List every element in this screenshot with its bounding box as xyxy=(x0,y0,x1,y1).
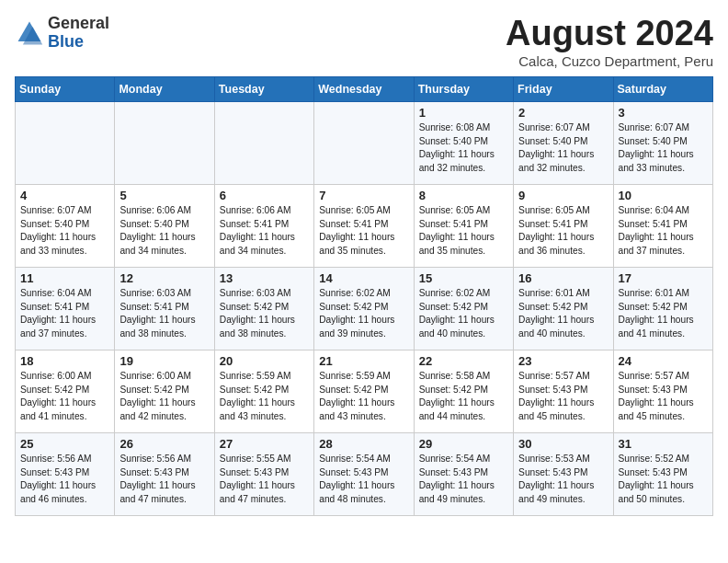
calendar-cell: 7Sunrise: 6:05 AMSunset: 5:41 PMDaylight… xyxy=(314,184,414,267)
calendar-cell: 8Sunrise: 6:05 AMSunset: 5:41 PMDaylight… xyxy=(414,184,513,267)
weekday-header: Thursday xyxy=(414,76,513,101)
calendar-cell: 13Sunrise: 6:03 AMSunset: 5:42 PMDayligh… xyxy=(214,267,313,350)
day-number: 27 xyxy=(220,437,309,451)
day-number: 25 xyxy=(20,437,109,451)
calendar-cell: 14Sunrise: 6:02 AMSunset: 5:42 PMDayligh… xyxy=(314,267,414,350)
calendar-cell xyxy=(16,101,115,184)
day-number: 19 xyxy=(119,354,209,368)
logo-blue: Blue xyxy=(48,32,84,51)
calendar-cell xyxy=(214,101,313,184)
calendar-week-row: 25Sunrise: 5:56 AMSunset: 5:43 PMDayligh… xyxy=(16,432,713,515)
day-info: Sunrise: 5:56 AMSunset: 5:43 PMDaylight:… xyxy=(20,453,109,507)
day-number: 12 xyxy=(119,271,209,285)
calendar-cell: 19Sunrise: 6:00 AMSunset: 5:42 PMDayligh… xyxy=(115,350,214,432)
calendar-cell: 20Sunrise: 5:59 AMSunset: 5:42 PMDayligh… xyxy=(214,350,313,432)
location: Calca, Cuzco Department, Peru xyxy=(506,53,713,69)
calendar-week-row: 4Sunrise: 6:07 AMSunset: 5:40 PMDaylight… xyxy=(16,184,713,267)
logo-general: General xyxy=(48,14,109,32)
calendar-cell xyxy=(314,101,414,184)
day-number: 2 xyxy=(518,106,608,120)
day-number: 15 xyxy=(419,271,508,285)
calendar-week-row: 18Sunrise: 6:00 AMSunset: 5:42 PMDayligh… xyxy=(16,350,713,432)
calendar-cell: 15Sunrise: 6:02 AMSunset: 5:42 PMDayligh… xyxy=(414,267,513,350)
day-info: Sunrise: 6:00 AMSunset: 5:42 PMDaylight:… xyxy=(20,370,109,424)
day-number: 16 xyxy=(518,271,608,285)
logo-text: General Blue xyxy=(48,15,109,52)
day-number: 6 xyxy=(220,189,309,202)
calendar-cell: 11Sunrise: 6:04 AMSunset: 5:41 PMDayligh… xyxy=(16,267,115,350)
day-number: 3 xyxy=(619,106,708,120)
day-info: Sunrise: 5:54 AMSunset: 5:43 PMDaylight:… xyxy=(319,453,408,507)
day-info: Sunrise: 5:54 AMSunset: 5:43 PMDaylight:… xyxy=(419,453,508,507)
calendar-cell: 29Sunrise: 5:54 AMSunset: 5:43 PMDayligh… xyxy=(414,432,513,515)
day-info: Sunrise: 5:59 AMSunset: 5:42 PMDaylight:… xyxy=(319,370,408,424)
day-number: 31 xyxy=(619,437,708,451)
logo: General Blue xyxy=(15,15,109,52)
day-number: 13 xyxy=(220,271,309,285)
day-info: Sunrise: 6:04 AMSunset: 5:41 PMDaylight:… xyxy=(20,287,109,341)
day-info: Sunrise: 6:00 AMSunset: 5:42 PMDaylight:… xyxy=(119,370,209,424)
day-info: Sunrise: 6:01 AMSunset: 5:42 PMDaylight:… xyxy=(619,287,708,341)
day-info: Sunrise: 5:58 AMSunset: 5:42 PMDaylight:… xyxy=(419,370,508,424)
calendar-cell: 23Sunrise: 5:57 AMSunset: 5:43 PMDayligh… xyxy=(514,350,613,432)
calendar-cell: 28Sunrise: 5:54 AMSunset: 5:43 PMDayligh… xyxy=(314,432,414,515)
calendar-cell: 18Sunrise: 6:00 AMSunset: 5:42 PMDayligh… xyxy=(16,350,115,432)
weekday-header: Sunday xyxy=(16,76,115,101)
calendar-cell: 6Sunrise: 6:06 AMSunset: 5:41 PMDaylight… xyxy=(214,184,313,267)
weekday-header: Friday xyxy=(514,76,613,101)
logo-icon xyxy=(15,18,44,48)
day-number: 9 xyxy=(518,189,608,202)
day-number: 1 xyxy=(419,106,508,120)
day-info: Sunrise: 6:05 AMSunset: 5:41 PMDaylight:… xyxy=(518,204,608,259)
calendar-cell: 9Sunrise: 6:05 AMSunset: 5:41 PMDaylight… xyxy=(514,184,613,267)
calendar-week-row: 11Sunrise: 6:04 AMSunset: 5:41 PMDayligh… xyxy=(16,267,713,350)
day-number: 29 xyxy=(419,437,508,451)
day-info: Sunrise: 6:06 AMSunset: 5:41 PMDaylight:… xyxy=(220,204,309,259)
calendar-cell: 2Sunrise: 6:07 AMSunset: 5:40 PMDaylight… xyxy=(514,101,613,184)
calendar-cell: 21Sunrise: 5:59 AMSunset: 5:42 PMDayligh… xyxy=(314,350,414,432)
day-number: 5 xyxy=(119,189,209,202)
calendar-cell: 1Sunrise: 6:08 AMSunset: 5:40 PMDaylight… xyxy=(414,101,513,184)
calendar-cell: 27Sunrise: 5:55 AMSunset: 5:43 PMDayligh… xyxy=(214,432,313,515)
title-block: August 2024 Calca, Cuzco Department, Per… xyxy=(506,15,713,69)
day-number: 22 xyxy=(419,354,508,368)
day-info: Sunrise: 6:05 AMSunset: 5:41 PMDaylight:… xyxy=(419,204,508,259)
day-number: 24 xyxy=(619,354,708,368)
calendar-cell: 22Sunrise: 5:58 AMSunset: 5:42 PMDayligh… xyxy=(414,350,513,432)
month-year: August 2024 xyxy=(506,15,713,53)
calendar-cell: 16Sunrise: 6:01 AMSunset: 5:42 PMDayligh… xyxy=(514,267,613,350)
day-number: 14 xyxy=(319,271,408,285)
calendar-cell: 12Sunrise: 6:03 AMSunset: 5:41 PMDayligh… xyxy=(115,267,214,350)
calendar-cell: 10Sunrise: 6:04 AMSunset: 5:41 PMDayligh… xyxy=(613,184,712,267)
calendar-cell: 26Sunrise: 5:56 AMSunset: 5:43 PMDayligh… xyxy=(115,432,214,515)
calendar-table: SundayMondayTuesdayWednesdayThursdayFrid… xyxy=(15,76,713,516)
day-info: Sunrise: 6:04 AMSunset: 5:41 PMDaylight:… xyxy=(619,204,708,259)
day-info: Sunrise: 6:02 AMSunset: 5:42 PMDaylight:… xyxy=(319,287,408,341)
weekday-header: Saturday xyxy=(613,76,712,101)
weekday-header: Monday xyxy=(115,76,214,101)
day-number: 11 xyxy=(20,271,109,285)
calendar-cell xyxy=(115,101,214,184)
day-number: 10 xyxy=(619,189,708,202)
day-number: 21 xyxy=(319,354,408,368)
weekday-header: Tuesday xyxy=(214,76,313,101)
day-number: 7 xyxy=(319,189,408,202)
day-info: Sunrise: 5:55 AMSunset: 5:43 PMDaylight:… xyxy=(220,453,309,507)
calendar-cell: 4Sunrise: 6:07 AMSunset: 5:40 PMDaylight… xyxy=(16,184,115,267)
day-number: 23 xyxy=(518,354,608,368)
calendar-week-row: 1Sunrise: 6:08 AMSunset: 5:40 PMDaylight… xyxy=(16,101,713,184)
day-info: Sunrise: 5:56 AMSunset: 5:43 PMDaylight:… xyxy=(119,453,209,507)
day-number: 8 xyxy=(419,189,508,202)
day-info: Sunrise: 6:07 AMSunset: 5:40 PMDaylight:… xyxy=(518,121,608,176)
day-number: 20 xyxy=(220,354,309,368)
page-header: General Blue August 2024 Calca, Cuzco De… xyxy=(15,15,713,69)
calendar-cell: 17Sunrise: 6:01 AMSunset: 5:42 PMDayligh… xyxy=(613,267,712,350)
calendar-cell: 3Sunrise: 6:07 AMSunset: 5:40 PMDaylight… xyxy=(613,101,712,184)
calendar-cell: 24Sunrise: 5:57 AMSunset: 5:43 PMDayligh… xyxy=(613,350,712,432)
day-info: Sunrise: 6:03 AMSunset: 5:42 PMDaylight:… xyxy=(220,287,309,341)
calendar-cell: 31Sunrise: 5:52 AMSunset: 5:43 PMDayligh… xyxy=(613,432,712,515)
day-info: Sunrise: 6:05 AMSunset: 5:41 PMDaylight:… xyxy=(319,204,408,259)
day-info: Sunrise: 5:57 AMSunset: 5:43 PMDaylight:… xyxy=(518,370,608,424)
day-info: Sunrise: 5:53 AMSunset: 5:43 PMDaylight:… xyxy=(518,453,608,507)
day-number: 28 xyxy=(319,437,408,451)
